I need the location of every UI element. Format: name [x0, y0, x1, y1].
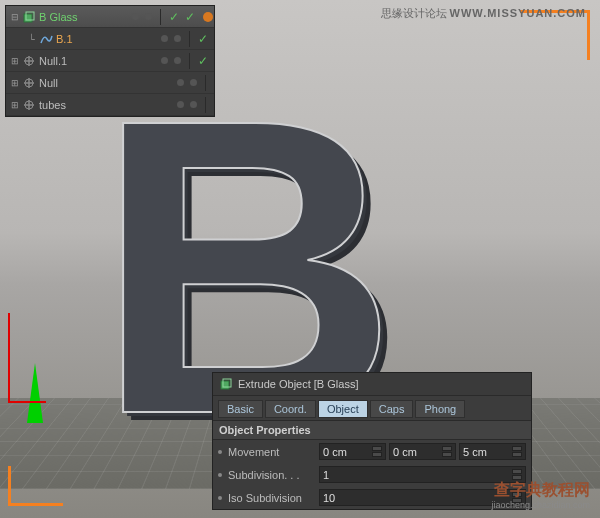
- watermark-bottom: 查字典教程网 jiaocheng.chazidian.com: [491, 480, 590, 512]
- enable-check[interactable]: ✓: [169, 10, 179, 24]
- object-name[interactable]: B Glass: [39, 11, 78, 23]
- attribute-title: Extrude Object [B Glass]: [238, 378, 358, 390]
- attribute-manager: Extrude Object [B Glass] BasicCoord.Obje…: [212, 372, 532, 510]
- property-input[interactable]: 0 cm: [319, 443, 386, 460]
- svg-rect-0: [24, 14, 32, 22]
- visibility-dot[interactable]: [132, 13, 139, 20]
- property-row: Subdivision. . .1: [213, 463, 531, 486]
- visibility-dot[interactable]: [145, 13, 152, 20]
- tab-object[interactable]: Object: [318, 400, 368, 418]
- visibility-dot[interactable]: [174, 35, 181, 42]
- expand-toggle[interactable]: ⊞: [10, 56, 19, 65]
- expand-toggle[interactable]: ⊞: [10, 100, 19, 109]
- visibility-dot[interactable]: [174, 57, 181, 64]
- object-name[interactable]: Null.1: [39, 55, 67, 67]
- object-name[interactable]: tubes: [39, 99, 66, 111]
- property-row: Iso Subdivision10: [213, 486, 531, 509]
- spline-icon: [39, 32, 53, 46]
- material-tag[interactable]: [203, 12, 213, 22]
- expand-toggle[interactable]: ⊞: [10, 78, 19, 87]
- null-icon: [22, 54, 36, 68]
- visibility-dot[interactable]: [190, 79, 197, 86]
- attribute-tabs: BasicCoord.ObjectCapsPhong: [213, 396, 531, 420]
- selection-corner-bl: [8, 466, 63, 506]
- bullet-icon: [218, 450, 222, 454]
- property-input[interactable]: 0 cm: [389, 443, 456, 460]
- bullet-icon: [218, 496, 222, 500]
- visibility-dot[interactable]: [161, 57, 168, 64]
- null-icon: [22, 76, 36, 90]
- visibility-dot[interactable]: [161, 35, 168, 42]
- spinner-icon[interactable]: [512, 469, 522, 480]
- enable-check[interactable]: ✓: [185, 10, 195, 24]
- separator: [205, 97, 206, 113]
- extrude-icon: [22, 10, 36, 24]
- separator: [189, 53, 190, 69]
- tab-phong[interactable]: Phong: [415, 400, 465, 418]
- visibility-dot[interactable]: [190, 101, 197, 108]
- tab-basic[interactable]: Basic: [218, 400, 263, 418]
- enable-check[interactable]: ✓: [198, 54, 208, 68]
- expand-toggle[interactable]: └: [27, 34, 36, 43]
- object-manager: ⊟B Glass✓✓└B.1✓⊞Null.1✓⊞Null⊞tubes: [5, 5, 215, 117]
- extrude-icon: [219, 377, 233, 391]
- object-name[interactable]: B.1: [56, 33, 73, 45]
- object-name[interactable]: Null: [39, 77, 58, 89]
- separator: [189, 31, 190, 47]
- object-row[interactable]: ⊞tubes: [6, 94, 214, 116]
- object-row[interactable]: ⊟B Glass✓✓: [6, 6, 214, 28]
- svg-rect-5: [221, 381, 229, 389]
- axis-bracket: [8, 313, 46, 403]
- enable-check[interactable]: ✓: [198, 32, 208, 46]
- property-row: Movement0 cm0 cm5 cm: [213, 440, 531, 463]
- property-input[interactable]: 5 cm: [459, 443, 526, 460]
- separator: [160, 9, 161, 25]
- object-row[interactable]: ⊞Null.1✓: [6, 50, 214, 72]
- object-row[interactable]: ⊞Null: [6, 72, 214, 94]
- tab-caps[interactable]: Caps: [370, 400, 414, 418]
- tab-coord[interactable]: Coord.: [265, 400, 316, 418]
- property-label: Movement: [228, 446, 316, 458]
- section-title: Object Properties: [213, 420, 531, 440]
- property-label: Subdivision. . .: [228, 469, 316, 481]
- expand-toggle[interactable]: ⊟: [10, 12, 19, 21]
- visibility-dot[interactable]: [177, 101, 184, 108]
- spinner-icon[interactable]: [442, 446, 452, 457]
- bullet-icon: [218, 473, 222, 477]
- separator: [205, 75, 206, 91]
- attribute-header: Extrude Object [B Glass]: [213, 373, 531, 396]
- spinner-icon[interactable]: [372, 446, 382, 457]
- property-label: Iso Subdivision: [228, 492, 316, 504]
- null-icon: [22, 98, 36, 112]
- visibility-dot[interactable]: [177, 79, 184, 86]
- watermark-top: 思缘设计论坛 WWW.MISSYUAN.COM: [381, 6, 586, 21]
- spinner-icon[interactable]: [512, 446, 522, 457]
- object-row[interactable]: └B.1✓: [6, 28, 214, 50]
